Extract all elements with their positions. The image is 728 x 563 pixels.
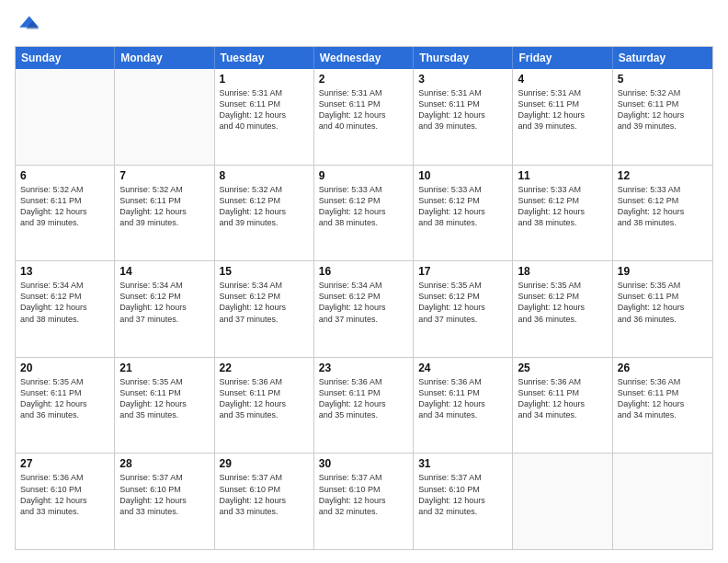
day-number: 5: [618, 73, 708, 86]
day-cell-11: 11Sunrise: 5:33 AM Sunset: 6:12 PM Dayli…: [513, 166, 612, 261]
calendar-header: SundayMondayTuesdayWednesdayThursdayFrid…: [16, 47, 712, 69]
day-number: 12: [618, 169, 708, 182]
day-cell-6: 6Sunrise: 5:32 AM Sunset: 6:11 PM Daylig…: [16, 166, 115, 261]
day-info: Sunrise: 5:34 AM Sunset: 6:12 PM Dayligh…: [119, 280, 209, 325]
day-cell-19: 19Sunrise: 5:35 AM Sunset: 6:11 PM Dayli…: [613, 261, 712, 357]
day-cell-14: 14Sunrise: 5:34 AM Sunset: 6:12 PM Dayli…: [115, 261, 214, 357]
day-info: Sunrise: 5:35 AM Sunset: 6:11 PM Dayligh…: [618, 280, 708, 325]
day-info: Sunrise: 5:37 AM Sunset: 6:10 PM Dayligh…: [319, 472, 408, 517]
day-cell-31: 31Sunrise: 5:37 AM Sunset: 6:10 PM Dayli…: [414, 454, 513, 549]
day-cell-3: 3Sunrise: 5:31 AM Sunset: 6:11 PM Daylig…: [414, 69, 513, 165]
day-info: Sunrise: 5:34 AM Sunset: 6:12 PM Dayligh…: [20, 280, 109, 325]
empty-cell-4-6: [613, 454, 712, 549]
day-info: Sunrise: 5:36 AM Sunset: 6:11 PM Dayligh…: [220, 376, 309, 421]
day-info: Sunrise: 5:32 AM Sunset: 6:11 PM Dayligh…: [618, 87, 708, 132]
day-info: Sunrise: 5:33 AM Sunset: 6:12 PM Dayligh…: [418, 184, 507, 229]
day-cell-29: 29Sunrise: 5:37 AM Sunset: 6:10 PM Dayli…: [215, 454, 314, 549]
header-day-tuesday: Tuesday: [215, 47, 314, 69]
day-cell-22: 22Sunrise: 5:36 AM Sunset: 6:11 PM Dayli…: [215, 358, 314, 454]
day-cell-10: 10Sunrise: 5:33 AM Sunset: 6:12 PM Dayli…: [414, 166, 513, 261]
day-number: 18: [518, 265, 607, 278]
day-number: 30: [319, 457, 408, 470]
header-day-saturday: Saturday: [613, 47, 712, 69]
logo-icon: [15, 13, 40, 39]
day-info: Sunrise: 5:31 AM Sunset: 6:11 PM Dayligh…: [220, 87, 309, 132]
day-info: Sunrise: 5:36 AM Sunset: 6:11 PM Dayligh…: [418, 376, 507, 421]
calendar-row-4: 27Sunrise: 5:36 AM Sunset: 6:10 PM Dayli…: [16, 453, 712, 549]
day-cell-25: 25Sunrise: 5:36 AM Sunset: 6:11 PM Dayli…: [513, 358, 612, 454]
day-cell-15: 15Sunrise: 5:34 AM Sunset: 6:12 PM Dayli…: [215, 261, 314, 357]
empty-cell-4-5: [513, 454, 612, 549]
calendar: SundayMondayTuesdayWednesdayThursdayFrid…: [15, 46, 713, 550]
day-info: Sunrise: 5:32 AM Sunset: 6:12 PM Dayligh…: [220, 184, 309, 229]
day-info: Sunrise: 5:35 AM Sunset: 6:12 PM Dayligh…: [418, 280, 507, 325]
day-info: Sunrise: 5:37 AM Sunset: 6:10 PM Dayligh…: [418, 472, 507, 517]
day-info: Sunrise: 5:35 AM Sunset: 6:11 PM Dayligh…: [119, 376, 209, 421]
day-number: 22: [220, 362, 309, 374]
day-number: 24: [418, 362, 507, 374]
day-number: 20: [20, 362, 109, 374]
calendar-row-0: 1Sunrise: 5:31 AM Sunset: 6:11 PM Daylig…: [16, 69, 712, 165]
day-cell-17: 17Sunrise: 5:35 AM Sunset: 6:12 PM Dayli…: [414, 261, 513, 357]
day-info: Sunrise: 5:36 AM Sunset: 6:10 PM Dayligh…: [20, 472, 109, 517]
day-info: Sunrise: 5:33 AM Sunset: 6:12 PM Dayligh…: [618, 184, 708, 229]
day-number: 25: [518, 362, 607, 374]
day-number: 6: [20, 169, 109, 182]
header: [15, 13, 713, 39]
calendar-row-3: 20Sunrise: 5:35 AM Sunset: 6:11 PM Dayli…: [16, 357, 712, 454]
header-day-wednesday: Wednesday: [314, 47, 414, 69]
day-info: Sunrise: 5:32 AM Sunset: 6:11 PM Dayligh…: [20, 184, 109, 229]
day-cell-12: 12Sunrise: 5:33 AM Sunset: 6:12 PM Dayli…: [613, 166, 712, 261]
day-number: 14: [119, 265, 209, 278]
day-cell-28: 28Sunrise: 5:37 AM Sunset: 6:10 PM Dayli…: [115, 454, 214, 549]
calendar-row-1: 6Sunrise: 5:32 AM Sunset: 6:11 PM Daylig…: [16, 165, 712, 261]
logo: [15, 13, 44, 39]
day-info: Sunrise: 5:35 AM Sunset: 6:12 PM Dayligh…: [518, 280, 607, 325]
header-day-sunday: Sunday: [16, 47, 115, 69]
day-info: Sunrise: 5:36 AM Sunset: 6:11 PM Dayligh…: [319, 376, 408, 421]
page: SundayMondayTuesdayWednesdayThursdayFrid…: [0, 0, 728, 563]
day-number: 7: [119, 169, 209, 182]
day-number: 15: [220, 265, 309, 278]
day-cell-30: 30Sunrise: 5:37 AM Sunset: 6:10 PM Dayli…: [314, 454, 414, 549]
day-cell-4: 4Sunrise: 5:31 AM Sunset: 6:11 PM Daylig…: [513, 69, 612, 165]
day-number: 19: [618, 265, 708, 278]
day-number: 11: [518, 169, 607, 182]
day-cell-26: 26Sunrise: 5:36 AM Sunset: 6:11 PM Dayli…: [613, 358, 712, 454]
day-number: 21: [119, 362, 209, 374]
empty-cell-0-0: [16, 69, 115, 165]
day-cell-1: 1Sunrise: 5:31 AM Sunset: 6:11 PM Daylig…: [215, 69, 314, 165]
day-number: 4: [518, 73, 607, 86]
day-number: 17: [418, 265, 507, 278]
day-number: 26: [618, 362, 708, 374]
day-cell-16: 16Sunrise: 5:34 AM Sunset: 6:12 PM Dayli…: [314, 261, 414, 357]
header-day-friday: Friday: [513, 47, 612, 69]
day-cell-24: 24Sunrise: 5:36 AM Sunset: 6:11 PM Dayli…: [414, 358, 513, 454]
calendar-row-2: 13Sunrise: 5:34 AM Sunset: 6:12 PM Dayli…: [16, 260, 712, 357]
day-cell-18: 18Sunrise: 5:35 AM Sunset: 6:12 PM Dayli…: [513, 261, 612, 357]
day-number: 13: [20, 265, 109, 278]
day-cell-20: 20Sunrise: 5:35 AM Sunset: 6:11 PM Dayli…: [16, 358, 115, 454]
day-number: 23: [319, 362, 408, 374]
day-number: 27: [20, 457, 109, 470]
header-day-monday: Monday: [115, 47, 214, 69]
day-info: Sunrise: 5:33 AM Sunset: 6:12 PM Dayligh…: [518, 184, 607, 229]
day-info: Sunrise: 5:36 AM Sunset: 6:11 PM Dayligh…: [618, 376, 708, 421]
day-number: 16: [319, 265, 408, 278]
day-cell-23: 23Sunrise: 5:36 AM Sunset: 6:11 PM Dayli…: [314, 358, 414, 454]
day-cell-13: 13Sunrise: 5:34 AM Sunset: 6:12 PM Dayli…: [16, 261, 115, 357]
day-number: 28: [119, 457, 209, 470]
day-cell-9: 9Sunrise: 5:33 AM Sunset: 6:12 PM Daylig…: [314, 166, 414, 261]
day-cell-2: 2Sunrise: 5:31 AM Sunset: 6:11 PM Daylig…: [314, 69, 414, 165]
day-cell-5: 5Sunrise: 5:32 AM Sunset: 6:11 PM Daylig…: [613, 69, 712, 165]
calendar-body: 1Sunrise: 5:31 AM Sunset: 6:11 PM Daylig…: [16, 69, 712, 549]
day-info: Sunrise: 5:35 AM Sunset: 6:11 PM Dayligh…: [20, 376, 109, 421]
day-info: Sunrise: 5:34 AM Sunset: 6:12 PM Dayligh…: [319, 280, 408, 325]
day-cell-8: 8Sunrise: 5:32 AM Sunset: 6:12 PM Daylig…: [215, 166, 314, 261]
day-info: Sunrise: 5:31 AM Sunset: 6:11 PM Dayligh…: [319, 87, 408, 132]
day-info: Sunrise: 5:31 AM Sunset: 6:11 PM Dayligh…: [518, 87, 607, 132]
day-cell-21: 21Sunrise: 5:35 AM Sunset: 6:11 PM Dayli…: [115, 358, 214, 454]
day-info: Sunrise: 5:37 AM Sunset: 6:10 PM Dayligh…: [220, 472, 309, 517]
day-info: Sunrise: 5:33 AM Sunset: 6:12 PM Dayligh…: [319, 184, 408, 229]
day-number: 1: [220, 73, 309, 86]
